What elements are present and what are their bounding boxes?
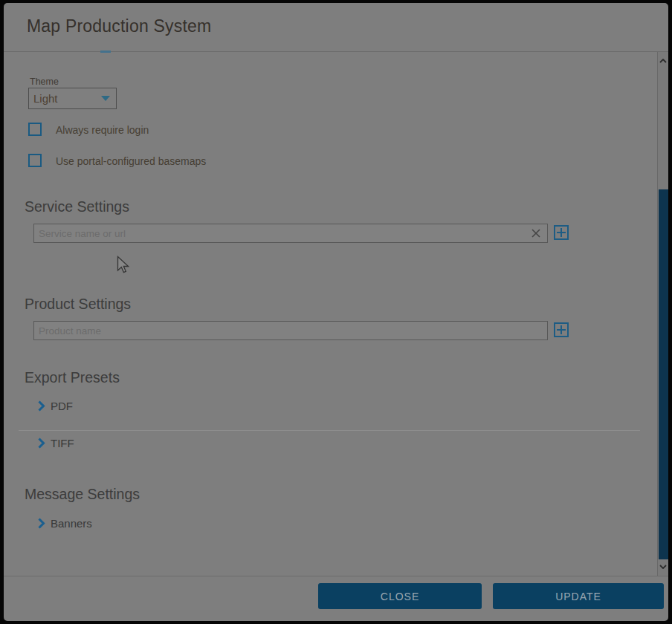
chevron-right-icon bbox=[37, 438, 45, 449]
close-icon bbox=[531, 228, 541, 238]
service-name-input[interactable] bbox=[33, 224, 548, 243]
theme-select[interactable]: Light bbox=[28, 88, 117, 109]
map-production-system-dialog: Map Production System Theme Light Always… bbox=[4, 3, 668, 621]
export-preset-label: PDF bbox=[51, 400, 73, 412]
product-name-input[interactable] bbox=[33, 321, 548, 340]
portal-basemaps-checkbox[interactable] bbox=[28, 154, 42, 167]
always-require-login-label[interactable]: Always require login bbox=[56, 124, 149, 136]
product-settings-heading: Product Settings bbox=[25, 296, 131, 313]
row-divider bbox=[19, 430, 640, 431]
update-button[interactable]: UPDATE bbox=[493, 583, 664, 609]
chevron-up-icon bbox=[659, 59, 667, 63]
plus-icon bbox=[557, 325, 566, 334]
caret-down-icon bbox=[101, 96, 110, 101]
mouse-cursor bbox=[117, 256, 131, 276]
add-product-button[interactable] bbox=[554, 322, 569, 337]
plus-icon bbox=[557, 228, 566, 237]
page-title: Map Production System bbox=[27, 16, 211, 36]
theme-select-value: Light bbox=[33, 92, 58, 105]
export-presets-heading: Export Presets bbox=[25, 369, 120, 386]
scroll-down-button[interactable] bbox=[658, 559, 668, 574]
add-service-button[interactable] bbox=[554, 225, 569, 240]
scrollbar-thumb[interactable] bbox=[659, 189, 668, 559]
dialog-header: Map Production System bbox=[4, 3, 668, 52]
chevron-right-icon bbox=[37, 518, 45, 529]
close-button[interactable]: CLOSE bbox=[318, 583, 482, 609]
service-settings-heading: Service Settings bbox=[25, 198, 129, 215]
vertical-scrollbar[interactable] bbox=[657, 52, 668, 576]
portal-basemaps-label[interactable]: Use portal-configured basemaps bbox=[56, 155, 206, 167]
chevron-down-icon bbox=[659, 565, 667, 569]
banners-label: Banners bbox=[51, 517, 92, 530]
message-settings-heading: Message Settings bbox=[25, 486, 140, 503]
theme-label: Theme bbox=[30, 77, 59, 87]
export-preset-pdf-row[interactable]: PDF bbox=[37, 400, 73, 412]
export-preset-label: TIFF bbox=[51, 437, 74, 449]
clear-service-input-button[interactable] bbox=[529, 226, 543, 241]
clipped-element-edge bbox=[100, 51, 111, 53]
dialog-footer: CLOSE UPDATE bbox=[4, 576, 668, 621]
chevron-right-icon bbox=[37, 400, 45, 412]
banners-row[interactable]: Banners bbox=[37, 517, 92, 530]
always-require-login-checkbox[interactable] bbox=[28, 123, 42, 136]
export-preset-tiff-row[interactable]: TIFF bbox=[37, 437, 74, 449]
scroll-up-button[interactable] bbox=[658, 53, 668, 68]
